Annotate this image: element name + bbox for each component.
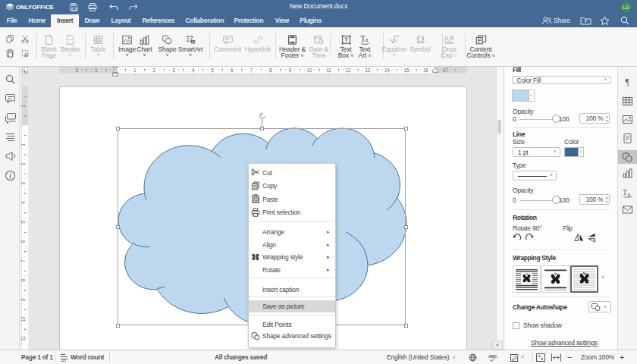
svg-text:3: 3 <box>20 182 26 185</box>
svg-text:9: 9 <box>20 298 26 301</box>
svg-text:6: 6 <box>20 240 26 243</box>
svg-text:2: 2 <box>20 162 26 165</box>
svg-text:11: 11 <box>20 336 26 341</box>
svg-text:8: 8 <box>20 279 26 282</box>
svg-text:7: 7 <box>20 259 26 262</box>
svg-text:A: A <box>444 34 449 42</box>
svg-text:Ω: Ω <box>416 34 424 46</box>
svg-text:T: T <box>623 188 627 196</box>
svg-text:a: a <box>365 36 368 43</box>
svg-text:ABC: ABC <box>488 354 497 359</box>
svg-text:¶: ¶ <box>625 77 629 87</box>
svg-text:a: a <box>628 190 631 197</box>
svg-text:4: 4 <box>20 201 26 204</box>
svg-text:1: 1 <box>20 143 26 146</box>
svg-text:x: x <box>393 36 397 44</box>
svg-text:10: 10 <box>20 316 26 322</box>
svg-text:123: 123 <box>61 359 67 362</box>
svg-text:1: 1 <box>20 104 26 107</box>
svg-text:5: 5 <box>20 221 26 224</box>
